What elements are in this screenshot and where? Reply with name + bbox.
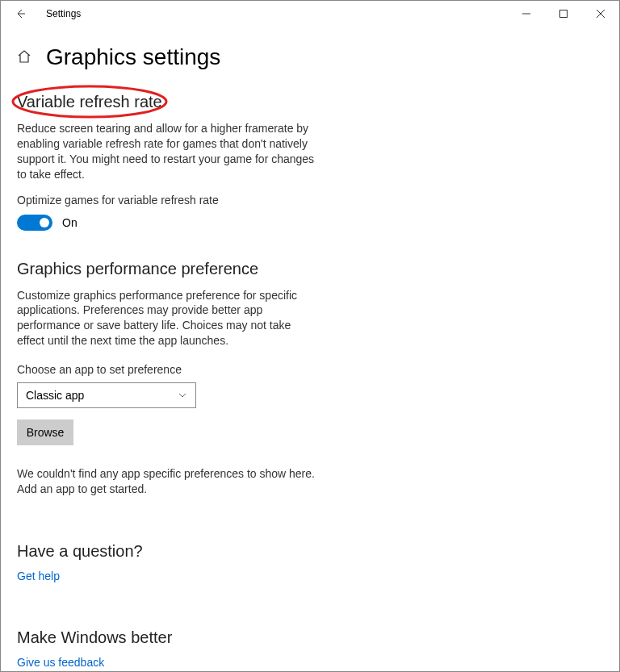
minimize-icon (522, 10, 530, 18)
help-heading: Have a question? (17, 542, 603, 561)
titlebar-left: Settings (7, 1, 508, 27)
get-help-link[interactable]: Get help (17, 570, 60, 582)
back-button[interactable] (7, 1, 33, 27)
close-icon (597, 10, 605, 18)
perf-heading: Graphics performance preference (17, 260, 603, 278)
vrr-toggle-state: On (62, 216, 78, 229)
content-area: Graphics settings Variable refresh rate … (1, 27, 619, 672)
variable-refresh-rate-section: Variable refresh rate Reduce screen tear… (17, 93, 603, 231)
window-title: Settings (46, 8, 81, 19)
svg-rect-0 (560, 10, 568, 18)
graphics-performance-section: Graphics performance preference Customiz… (17, 260, 603, 497)
app-type-select[interactable]: Classic app (17, 382, 196, 408)
browse-button[interactable]: Browse (17, 419, 73, 445)
vrr-description: Reduce screen tearing and allow for a hi… (17, 121, 316, 182)
maximize-button[interactable] (545, 1, 582, 27)
perf-description: Customize graphics performance preferenc… (17, 288, 316, 349)
vrr-toggle-row: On (17, 215, 603, 231)
home-icon[interactable] (17, 48, 31, 67)
arrow-left-icon (14, 7, 27, 20)
titlebar: Settings (1, 1, 619, 27)
close-button[interactable] (582, 1, 619, 27)
feedback-heading: Make Windows better (17, 628, 603, 647)
empty-preferences-message: We couldn't find any app specific prefer… (17, 466, 324, 497)
toggle-knob (40, 218, 49, 227)
give-feedback-link[interactable]: Give us feedback (17, 656, 104, 669)
minimize-button[interactable] (508, 1, 545, 27)
maximize-icon (559, 10, 568, 18)
vrr-heading: Variable refresh rate (17, 93, 162, 111)
help-section: Have a question? Get help (17, 542, 603, 583)
page-title: Graphics settings (46, 44, 220, 70)
select-value: Classic app (26, 389, 84, 402)
vrr-heading-text: Variable refresh rate (17, 93, 162, 111)
chevron-down-icon (178, 390, 187, 400)
choose-app-label: Choose an app to set preference (17, 363, 603, 376)
vrr-toggle-label: Optimize games for variable refresh rate (17, 194, 603, 207)
window-controls (508, 1, 619, 27)
feedback-section: Make Windows better Give us feedback (17, 628, 603, 670)
vrr-toggle[interactable] (17, 215, 52, 231)
page-header: Graphics settings (17, 44, 603, 70)
